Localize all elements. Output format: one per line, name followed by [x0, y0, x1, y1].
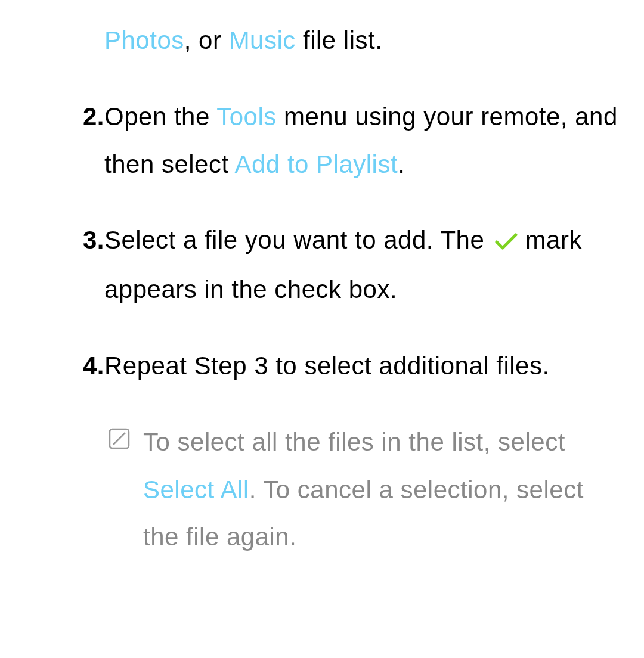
step1-continuation: Photos, or Music file list. — [0, 17, 644, 64]
select-all-link: Select All — [143, 476, 249, 504]
tools-link: Tools — [216, 103, 277, 131]
note-icon — [107, 418, 143, 561]
note-text: To select all the files in the list, sel… — [143, 418, 620, 561]
text: To select all the files in the list, sel… — [143, 428, 565, 456]
music-link: Music — [229, 26, 296, 54]
text-sep: , or — [184, 26, 229, 54]
step-text: Select a file you want to add. The mark … — [104, 216, 620, 314]
step-4: 4. Repeat Step 3 to select additional fi… — [0, 342, 644, 390]
manual-page: Photos, or Music file list. 2. Open the … — [0, 17, 644, 561]
step-number: 3. — [75, 216, 104, 314]
note: To select all the files in the list, sel… — [0, 418, 644, 561]
step-text: Open the Tools menu using your remote, a… — [104, 93, 620, 188]
step-2: 2. Open the Tools menu using your remote… — [0, 93, 644, 188]
step-3: 3. Select a file you want to add. The ma… — [0, 216, 644, 314]
text: Select a file you want to add. The — [104, 226, 491, 254]
text: . — [398, 150, 405, 178]
text-rest: file list. — [296, 26, 383, 54]
add-to-playlist-link: Add to Playlist — [234, 150, 398, 178]
text: Open the — [104, 103, 216, 131]
step-text: Repeat Step 3 to select additional files… — [104, 342, 620, 390]
photos-link: Photos — [104, 26, 184, 54]
step-number: 2. — [75, 93, 104, 188]
checkmark-icon — [495, 218, 518, 266]
text: Repeat Step 3 to select additional files… — [104, 352, 550, 380]
step-number: 4. — [75, 342, 104, 390]
